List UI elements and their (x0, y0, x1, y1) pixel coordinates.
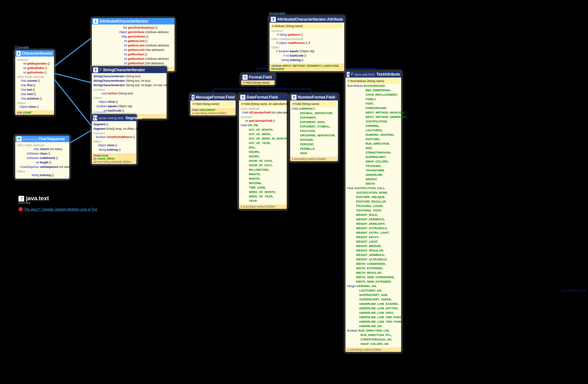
box-title: TextAttribute (377, 72, 400, 77)
box-title: Format.Field (249, 75, 272, 79)
method-row: IntStream chars () (17, 151, 68, 156)
field-list: Float JUSTIFICATION_FULL,JUSTIFICATION_N… (347, 186, 400, 284)
box-title: AttributedCharacterIterator.Attribute (277, 17, 343, 22)
method-row: int getRunLimit (Set attributes) (93, 48, 173, 52)
method-row: boolean equals (Object obj) (93, 104, 165, 108)
tutorial-link[interactable]: The Java™ Tutorials: Drawing Multiple Li… (24, 208, 97, 211)
box-title: DateFormat.Field (247, 95, 278, 99)
method-row: char next () (17, 92, 52, 96)
package-icon: T (18, 196, 24, 202)
method-row: Object clone () (17, 105, 52, 109)
box-header: ICharacterIterator (15, 50, 54, 57)
method-row: F int hashCode () (271, 53, 343, 58)
svg-line-1 (53, 73, 91, 83)
svg-line-2 (53, 78, 91, 126)
interface-icon: ☕ (17, 136, 22, 141)
method-row: int getBeginIndex () (17, 61, 52, 66)
field-list: Field AM_PM,DAY_OF_MONTH,DAY_OF_WEEK,DAY… (241, 123, 285, 203)
method-row: void setText (String text) (93, 91, 165, 96)
method-row: int getRunLimit () (93, 39, 173, 43)
method-row: String toString () (271, 58, 343, 62)
class-box-segment: Ttjavax.swing.text.Segment Segment ()Seg… (91, 114, 137, 165)
class-box-attribute: TAttributedCharacterIterator.Attribute #… (269, 16, 345, 72)
class-box-format-field: TFormat.Field # Field (String name) (241, 73, 275, 86)
class-box-num-field: TNumberFormat.Field # Field (String name… (290, 93, 338, 162)
package-name: java.text (26, 195, 49, 202)
svg-line-0 (53, 38, 91, 67)
method-row: int getRunLimit (Attribute attribute) (93, 43, 173, 48)
box-title: MessageFormat.Field (196, 95, 235, 99)
method-row: CharSequence subSequence (int start, int… (17, 165, 68, 169)
box-header: ☕java.langCharSequence (15, 136, 69, 142)
method-row: Object clone () (93, 143, 135, 147)
class-icon: T (192, 95, 195, 100)
class-box-msg-field: TMessageFormat.Field # Field (String nam… (190, 93, 236, 116)
class-box-textattribute: AF java.awt.font.TextAttribute # TextAtt… (345, 71, 402, 353)
legend: Tjava.text java.base The Java™ Tutorials… (18, 195, 97, 211)
box-title: StringCharacterIterator (103, 68, 145, 72)
svg-line-3 (69, 130, 91, 144)
box-title: NumberFormat.Field (298, 95, 335, 99)
implements-label: Cloneable (91, 110, 106, 114)
constructor-row: StringCharacterIterator (String text, in… (93, 83, 165, 87)
class-icon: T (93, 67, 98, 72)
method-row: char first () (17, 83, 52, 87)
method-row: char charAt (int index) (17, 147, 68, 151)
method-row: String toString () (17, 173, 68, 177)
class-icon: T (291, 95, 297, 100)
method-row: Field ofCalendarField (int calendarField… (241, 110, 285, 115)
class-icon: Tt (93, 115, 97, 120)
method-row: int getCalendarField () (241, 119, 285, 123)
box-title: Segment (126, 116, 142, 120)
method-row: Object getAttribute (Attribute attribute… (93, 30, 173, 34)
class-icon: T (240, 95, 245, 100)
credit: www.falkhausen.de (561, 289, 586, 292)
method-row: char current () (17, 79, 52, 83)
class-icon: T (243, 75, 248, 80)
method-row: int getRunStart (Attribute attribute) (93, 57, 173, 61)
method-row: int length () (17, 160, 68, 165)
class-box-date-field: TDateFormat.Field # Field (String name, … (238, 93, 287, 209)
method-row: F boolean equals (Object obj) (271, 49, 343, 53)
field-list: TextAttribute BACKGROUND,BIDI_EMBEDDING,… (347, 84, 400, 186)
box-title: CharacterIterator (22, 51, 53, 56)
class-icon: A (347, 72, 350, 77)
implements-label: Serializable (269, 12, 285, 15)
method-row: Object clone () (93, 99, 165, 104)
method-row: # String getName () (271, 32, 343, 37)
method-row: String toString () (93, 147, 135, 152)
method-row: char previous () (17, 96, 52, 101)
constructor-row: Segment () (93, 122, 135, 127)
interface-icon: I (93, 19, 98, 24)
method-row: IntStream codePoints () (17, 156, 68, 160)
class-box-charsequence: ☕java.langCharSequence Other Public Meth… (15, 135, 70, 179)
bullet-icon (18, 207, 23, 211)
constructor-row: StringCharacterIterator (String text) (93, 74, 165, 79)
box-title: AttributedCharacterIterator (99, 19, 149, 24)
field-list: Integer KERNING_ON,LIGATURES_ON,SUPERSCR… (347, 284, 400, 328)
box-title: CharSequence (38, 137, 65, 141)
method-row: int getRunStart () (93, 52, 173, 57)
method-row: Map getAttributes () (93, 34, 173, 39)
method-row: Set getAllAttributeKeys () (93, 25, 173, 30)
constructor-row: StringCharacterIterator (String text, in… (93, 79, 165, 83)
field-list: Field CURRENCY,DECIMAL_SEPARATOR,EXPONEN… (292, 106, 336, 155)
method-row: int getEndIndex () (17, 66, 52, 70)
class-box-aci: IAttributedCharacterIterator Set getAllA… (91, 17, 175, 72)
method-row: # Object readResolve () ✗ (271, 41, 343, 45)
implements-label: Cloneable (15, 46, 29, 49)
method-row: boolean is/setPartialReturn () (93, 135, 135, 139)
interface-icon: I (17, 51, 21, 56)
field-list: Boolean RUN_DIRECTION_LTR,RUN_DIRECTION_… (347, 328, 400, 346)
method-row: char last () (17, 87, 52, 92)
method-row: int get/setIndex () (17, 70, 52, 75)
class-icon: T (271, 17, 276, 22)
constructor-row: Segment (char[] array, int offset, int c… (93, 127, 135, 131)
class-box-characteriterator: ICharacterIterator Accessor int getBegin… (15, 50, 55, 115)
method-row: int getRunStart (Set attributes) (93, 61, 173, 65)
